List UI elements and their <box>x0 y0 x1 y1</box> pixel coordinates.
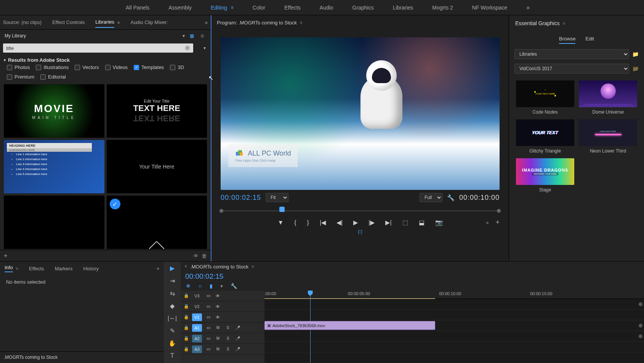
eye-icon[interactable]: 👁 <box>215 315 220 320</box>
preview-icon[interactable]: 👁 <box>193 253 199 259</box>
lift-icon[interactable]: ⬚ <box>402 219 408 226</box>
track-header-v1[interactable]: 🔒 V1 ▭ 👁 <box>181 312 264 323</box>
marker-icon[interactable]: ▮ <box>210 283 213 289</box>
track-header-v2[interactable]: 🔒 V2 ▭ 👁 <box>181 301 264 312</box>
pen-tool-icon[interactable]: ✎ <box>170 327 175 334</box>
workspace-assembly[interactable]: Assembly <box>168 5 192 11</box>
stock-result-licensed[interactable]: ✓ <box>107 196 207 249</box>
search-input[interactable] <box>3 43 193 53</box>
eg-folder-icon[interactable]: 📁 <box>632 51 639 57</box>
solo-button[interactable]: S <box>225 326 231 330</box>
filter-videos[interactable]: Videos <box>105 64 128 70</box>
mute-button[interactable]: M <box>215 347 221 351</box>
resolution-select[interactable]: Full <box>420 193 442 202</box>
tab-libraries-menu-icon[interactable]: ≡ <box>117 20 120 25</box>
workspace-overflow-icon[interactable]: » <box>526 4 530 11</box>
tl-marker-off-icon[interactable]: ▾ <box>220 283 223 289</box>
stock-result-info-list[interactable]: HEADING HERE SUBHEADING HERE Line 1 info… <box>4 140 104 193</box>
tl-wrench-icon[interactable]: 🔧 <box>231 283 237 289</box>
program-current-time[interactable]: 00:00:02:15 <box>221 194 261 202</box>
go-to-out-icon[interactable]: ▶| <box>385 219 391 226</box>
mute-button[interactable]: M <box>215 336 221 341</box>
eye-icon[interactable]: 👁 <box>215 304 220 309</box>
sync-lock-icon[interactable]: ▭ <box>206 347 211 352</box>
mark-in-bracket-icon[interactable]: { <box>294 219 296 226</box>
library-dropdown-icon[interactable]: ▾ <box>183 33 185 39</box>
eye-icon[interactable]: 👁 <box>215 294 220 298</box>
stock-result-text-here[interactable]: Edit Your Title TEXT HERE TEXT HERE <box>107 84 207 138</box>
workspace-nf[interactable]: NF Workspace <box>472 5 507 11</box>
filter-editorial[interactable]: Editorial <box>40 74 66 80</box>
transport-overflow-icon[interactable]: » <box>486 220 489 225</box>
settings-wrench-icon[interactable]: 🔧 <box>447 194 455 201</box>
export-frame-icon[interactable]: 📷 <box>435 219 443 226</box>
lane-v1[interactable]: ▣ AdobeStock_78363568.mov <box>264 320 644 331</box>
scrubber-in-point[interactable] <box>219 209 223 213</box>
filter-3d[interactable]: 3D <box>170 64 184 70</box>
scrubber-playhead[interactable] <box>279 207 285 212</box>
tab-info[interactable]: Info <box>5 265 13 272</box>
track-header-a2[interactable]: 🔒 A2 ▭ M S 🎤 <box>181 333 264 344</box>
scrubber-out-point[interactable] <box>497 209 501 213</box>
video-clip[interactable]: ▣ AdobeStock_78363568.mov <box>264 321 435 330</box>
voiceover-icon[interactable]: 🎤 <box>235 347 241 351</box>
filter-templates[interactable]: Templates <box>134 64 164 70</box>
snap-icon[interactable]: ❄ <box>186 283 191 289</box>
timeline-menu-icon[interactable]: ≡ <box>252 264 254 269</box>
track-header-a3[interactable]: 🔒 A3 ▭ M S 🎤 <box>181 344 264 355</box>
track-header-a1[interactable]: 🔒 A1 ▭ M S 🎤 <box>181 323 264 333</box>
source-overflow-icon[interactable]: » <box>205 19 208 26</box>
workspace-graphics[interactable]: Graphics <box>352 5 374 11</box>
sync-lock-icon[interactable]: ▭ <box>206 336 211 341</box>
button-editor-icon[interactable]: + <box>495 218 500 226</box>
eg-folder-icon-2[interactable]: 📁 <box>632 66 639 72</box>
eg-item-code-nodes[interactable]: YOUR TEXT HERE Code Nodes <box>516 80 574 115</box>
lock-icon[interactable]: 🔒 <box>184 315 188 320</box>
library-name[interactable]: My Library <box>5 33 179 39</box>
eg-menu-icon[interactable]: ≡ <box>563 21 565 26</box>
lane-a3[interactable] <box>264 352 644 363</box>
tab-audio-mixer[interactable]: Audio Clip Mixer: <box>130 17 168 27</box>
lane-v2[interactable] <box>264 310 644 320</box>
workspace-libraries[interactable]: Libraries <box>393 5 413 11</box>
workspace-editing[interactable]: Editing <box>211 5 227 11</box>
mute-button[interactable]: M <box>215 326 221 330</box>
eg-tab-browse[interactable]: Browse <box>559 36 575 44</box>
razor-tool-icon[interactable]: ◆ <box>170 302 175 310</box>
lane-a1[interactable] <box>264 331 644 342</box>
program-menu-icon[interactable]: ≡ <box>300 20 302 25</box>
eg-item-dome[interactable]: Dome Universe <box>579 80 637 115</box>
ripple-edit-tool-icon[interactable]: ⇆ <box>170 290 175 297</box>
track-header-v3[interactable]: 🔒 V3 ▭ 👁 <box>181 291 264 301</box>
tab-libraries[interactable]: Libraries <box>95 17 114 28</box>
mark-out-bracket-icon[interactable]: } <box>307 219 309 226</box>
linked-selection-icon[interactable]: ∩ <box>198 283 202 289</box>
trash-icon[interactable]: 🗑 <box>202 253 207 259</box>
solo-button[interactable]: S <box>225 347 231 351</box>
mark-in-icon[interactable]: ▼ <box>277 219 284 226</box>
lane-a2[interactable] <box>264 342 644 352</box>
tab-effect-controls[interactable]: Effect Controls <box>52 17 85 27</box>
tab-history[interactable]: History <box>83 266 99 271</box>
workspace-menu-icon[interactable]: ≡ <box>231 5 234 10</box>
eg-library-select[interactable]: VidConUS 2017 <box>514 64 629 74</box>
grid-view-icon[interactable]: ▦ <box>188 32 195 40</box>
stock-results-header[interactable]: ▾ Results from Adobe Stock <box>0 54 211 64</box>
timeline-sequence-name[interactable]: .MOGRTs coming to Stock <box>190 264 248 270</box>
hand-tool-icon[interactable]: ✋ <box>168 340 176 347</box>
eg-item-stage[interactable]: IMAGINE DRAGONSFEATURING YOUR NAME Stage <box>516 158 574 193</box>
stock-result-your-title[interactable]: Your Title Here <box>107 140 207 193</box>
tab-source[interactable]: Source: (no clips) <box>3 17 42 27</box>
stock-result-5[interactable] <box>4 196 104 249</box>
timeline-current-time[interactable]: 00:00:02:15 <box>181 271 644 281</box>
add-library-icon[interactable]: + <box>4 252 7 259</box>
filter-premium[interactable]: Premium <box>7 74 34 80</box>
lock-icon[interactable]: 🔒 <box>184 347 188 352</box>
eg-tab-edit[interactable]: Edit <box>585 36 594 44</box>
eg-item-neon[interactable]: Lorem Ipsum Dolor Neon Lower Third <box>579 119 637 154</box>
selection-tool-icon[interactable]: ▶ <box>170 265 175 272</box>
voiceover-icon[interactable]: 🎤 <box>235 336 241 341</box>
info-menu-icon[interactable]: ≡ <box>16 266 18 271</box>
step-fwd-icon[interactable]: |▶ <box>368 219 375 226</box>
workspace-all-panels[interactable]: All Panels <box>126 5 149 11</box>
